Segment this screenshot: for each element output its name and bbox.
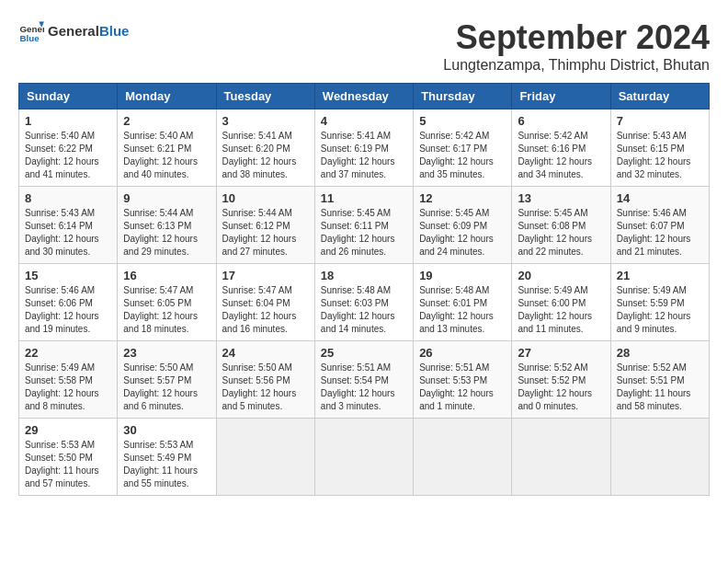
table-row: 11 Sunrise: 5:45 AM Sunset: 6:11 PM Dayl…: [314, 187, 413, 264]
table-row: 20 Sunrise: 5:49 AM Sunset: 6:00 PM Dayl…: [512, 264, 610, 341]
day-info: Sunrise: 5:42 AM Sunset: 6:17 PM Dayligh…: [419, 130, 506, 181]
day-number: 11: [321, 191, 407, 205]
day-number: 13: [518, 191, 604, 205]
sunset: Sunset: 5:58 PM: [25, 375, 93, 385]
table-row: 27 Sunrise: 5:52 AM Sunset: 5:52 PM Dayl…: [512, 341, 610, 419]
day-info: Sunrise: 5:44 AM Sunset: 6:12 PM Dayligh…: [222, 207, 309, 259]
day-info: Sunrise: 5:46 AM Sunset: 6:06 PM Dayligh…: [25, 284, 111, 336]
calendar-table: Sunday Monday Tuesday Wednesday Thursday…: [18, 83, 710, 496]
table-row: 2 Sunrise: 5:40 AM Sunset: 6:21 PM Dayli…: [118, 109, 216, 187]
sunrise: Sunrise: 5:47 AM: [123, 285, 193, 295]
daylight: Daylight: 12 hours and 30 minutes.: [25, 234, 99, 257]
table-row: [216, 419, 314, 496]
calendar-week-row: 1 Sunrise: 5:40 AM Sunset: 6:22 PM Dayli…: [19, 109, 710, 187]
daylight: Daylight: 12 hours and 0 minutes.: [518, 388, 592, 411]
sunrise: Sunrise: 5:42 AM: [419, 131, 489, 141]
sunrise: Sunrise: 5:53 AM: [25, 440, 95, 450]
table-row: 18 Sunrise: 5:48 AM Sunset: 6:03 PM Dayl…: [314, 264, 413, 341]
sunrise: Sunrise: 5:44 AM: [123, 208, 193, 218]
table-row: 22 Sunrise: 5:49 AM Sunset: 5:58 PM Dayl…: [19, 341, 118, 419]
daylight: Daylight: 12 hours and 26 minutes.: [321, 234, 395, 257]
sunset: Sunset: 6:13 PM: [123, 221, 191, 231]
day-number: 20: [518, 269, 604, 282]
sunrise: Sunrise: 5:45 AM: [321, 208, 391, 218]
sunrise: Sunrise: 5:43 AM: [25, 208, 95, 218]
day-info: Sunrise: 5:42 AM Sunset: 6:16 PM Dayligh…: [518, 130, 604, 181]
sunrise: Sunrise: 5:50 AM: [123, 362, 193, 373]
day-number: 12: [419, 191, 506, 205]
sunrise: Sunrise: 5:50 AM: [222, 362, 292, 373]
calendar-week-row: 29 Sunrise: 5:53 AM Sunset: 5:50 PM Dayl…: [19, 419, 710, 496]
sunrise: Sunrise: 5:42 AM: [518, 131, 587, 141]
day-number: 25: [321, 346, 407, 360]
sunset: Sunset: 6:15 PM: [617, 144, 685, 154]
day-number: 24: [222, 346, 309, 360]
sunset: Sunset: 6:05 PM: [123, 298, 191, 308]
sunrise: Sunrise: 5:47 AM: [222, 285, 292, 295]
logo-general: General: [48, 23, 99, 39]
day-info: Sunrise: 5:49 AM Sunset: 6:00 PM Dayligh…: [518, 284, 604, 336]
calendar-week-row: 22 Sunrise: 5:49 AM Sunset: 5:58 PM Dayl…: [19, 341, 710, 419]
sunrise: Sunrise: 5:45 AM: [419, 208, 489, 218]
sunset: Sunset: 6:20 PM: [222, 144, 290, 154]
day-info: Sunrise: 5:50 AM Sunset: 5:57 PM Dayligh…: [123, 362, 210, 413]
sunset: Sunset: 5:51 PM: [617, 375, 685, 385]
day-info: Sunrise: 5:41 AM Sunset: 6:20 PM Dayligh…: [222, 130, 309, 181]
sunrise: Sunrise: 5:49 AM: [25, 362, 95, 373]
table-row: [610, 419, 709, 496]
sunrise: Sunrise: 5:45 AM: [518, 208, 587, 218]
daylight: Daylight: 12 hours and 38 minutes.: [222, 156, 297, 179]
header-saturday: Saturday: [610, 84, 709, 109]
sunset: Sunset: 6:00 PM: [518, 298, 586, 308]
svg-text:Blue: Blue: [19, 33, 40, 43]
page-header: General Blue GeneralBlue September 2024 …: [18, 18, 710, 74]
table-row: 10 Sunrise: 5:44 AM Sunset: 6:12 PM Dayl…: [216, 187, 314, 264]
sunset: Sunset: 5:53 PM: [419, 375, 487, 385]
daylight: Daylight: 12 hours and 35 minutes.: [419, 156, 494, 179]
day-info: Sunrise: 5:48 AM Sunset: 6:01 PM Dayligh…: [419, 284, 506, 336]
daylight: Daylight: 12 hours and 6 minutes.: [123, 388, 198, 411]
daylight: Daylight: 12 hours and 8 minutes.: [25, 388, 99, 411]
day-number: 4: [321, 114, 407, 128]
table-row: 19 Sunrise: 5:48 AM Sunset: 6:01 PM Dayl…: [414, 264, 512, 341]
daylight: Daylight: 12 hours and 29 minutes.: [123, 234, 198, 257]
daylight: Daylight: 12 hours and 9 minutes.: [617, 311, 691, 334]
sunset: Sunset: 6:19 PM: [321, 144, 389, 154]
location-title: Lungtenzampa, Thimphu District, Bhutan: [443, 57, 710, 74]
sunrise: Sunrise: 5:40 AM: [123, 131, 193, 141]
calendar-week-row: 8 Sunrise: 5:43 AM Sunset: 6:14 PM Dayli…: [19, 187, 710, 264]
daylight: Daylight: 11 hours and 57 minutes.: [25, 465, 99, 488]
header-thursday: Thursday: [414, 84, 512, 109]
day-number: 6: [518, 114, 604, 128]
sunset: Sunset: 6:09 PM: [419, 221, 487, 231]
sunset: Sunset: 6:06 PM: [25, 298, 93, 308]
day-number: 28: [617, 346, 703, 360]
daylight: Daylight: 12 hours and 34 minutes.: [518, 156, 592, 179]
table-row: 12 Sunrise: 5:45 AM Sunset: 6:09 PM Dayl…: [414, 187, 512, 264]
sunset: Sunset: 5:52 PM: [518, 375, 586, 385]
table-row: 24 Sunrise: 5:50 AM Sunset: 5:56 PM Dayl…: [216, 341, 314, 419]
sunrise: Sunrise: 5:52 AM: [617, 362, 687, 373]
daylight: Daylight: 12 hours and 40 minutes.: [123, 156, 198, 179]
sunset: Sunset: 6:17 PM: [419, 144, 487, 154]
sunset: Sunset: 6:14 PM: [25, 221, 93, 231]
sunrise: Sunrise: 5:49 AM: [617, 285, 687, 295]
sunrise: Sunrise: 5:46 AM: [617, 208, 687, 218]
table-row: 17 Sunrise: 5:47 AM Sunset: 6:04 PM Dayl…: [216, 264, 314, 341]
table-row: 26 Sunrise: 5:51 AM Sunset: 5:53 PM Dayl…: [414, 341, 512, 419]
day-number: 9: [123, 191, 210, 205]
logo: General Blue GeneralBlue: [18, 18, 129, 44]
daylight: Daylight: 12 hours and 22 minutes.: [518, 234, 592, 257]
sunrise: Sunrise: 5:43 AM: [617, 131, 687, 141]
table-row: 8 Sunrise: 5:43 AM Sunset: 6:14 PM Dayli…: [19, 187, 118, 264]
sunset: Sunset: 5:56 PM: [222, 375, 290, 385]
day-info: Sunrise: 5:49 AM Sunset: 5:59 PM Dayligh…: [617, 284, 703, 336]
table-row: 29 Sunrise: 5:53 AM Sunset: 5:50 PM Dayl…: [19, 419, 118, 496]
sunset: Sunset: 5:49 PM: [123, 453, 191, 463]
day-info: Sunrise: 5:52 AM Sunset: 5:51 PM Dayligh…: [617, 362, 703, 413]
day-number: 19: [419, 269, 506, 282]
sunrise: Sunrise: 5:48 AM: [321, 285, 391, 295]
day-number: 8: [25, 191, 111, 205]
day-info: Sunrise: 5:45 AM Sunset: 6:08 PM Dayligh…: [518, 207, 604, 259]
table-row: 15 Sunrise: 5:46 AM Sunset: 6:06 PM Dayl…: [19, 264, 118, 341]
